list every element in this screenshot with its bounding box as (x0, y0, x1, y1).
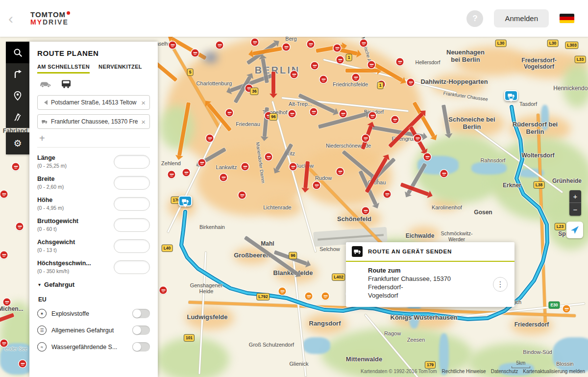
logo-wordmark: TOMTOM (30, 11, 66, 19)
route-turn-icon (13, 69, 23, 79)
param-label: Höchstgeschwin... (37, 260, 91, 267)
privacy-link[interactable]: Datenschutz (491, 369, 518, 374)
explosives-icon: ✶ (37, 309, 47, 318)
destination-address: Frankfurter Chaussee, 15370 Fredersdorf-… (368, 275, 487, 300)
param-row-length: Länge (0 - 25,25 m) (37, 154, 150, 169)
truck-params-section: Länge (0 - 25,25 m) Breite (0 - 2,60 m) … (37, 147, 150, 352)
param-label: Achsgewicht (37, 239, 75, 246)
alternative-routes-button[interactable] (6, 106, 29, 128)
hazmat-label: Explosivstoffe (51, 310, 127, 317)
zoom-out-button[interactable]: − (569, 203, 581, 216)
clear-destination-button[interactable]: × (141, 118, 146, 126)
destination-input[interactable] (51, 118, 138, 125)
truck-icon (61, 79, 72, 88)
axle-weight-input[interactable] (114, 239, 150, 253)
truck-vehicle-button[interactable] (61, 79, 72, 88)
send-to-device-icon (352, 246, 363, 257)
car-icon (39, 80, 52, 88)
waypoint-origin-icon (42, 100, 48, 105)
waypoint-destination-field: × (37, 114, 150, 129)
route-plan-button[interactable] (6, 63, 29, 85)
add-waypoint-button[interactable]: + (39, 133, 48, 143)
water-hazard-icon: ≈ (37, 342, 47, 352)
location-pin-icon (13, 91, 23, 101)
send-route-popup: ROUTE AN GERÄT SENDEN Route zum Frankfur… (346, 242, 514, 307)
param-label: Bruttogewicht (37, 218, 78, 225)
search-icon (13, 48, 23, 58)
param-range: (0 - 25,25 m) (37, 163, 67, 169)
waypoint-truck-icon (42, 119, 48, 125)
sidebar-toolbar (6, 42, 29, 128)
places-button[interactable] (6, 85, 29, 106)
navigation-arrow-icon (570, 225, 580, 235)
hazmat-row-water: ≈ Wassergefährdende S... (37, 342, 150, 352)
explosives-toggle[interactable] (132, 309, 150, 318)
param-row-axle-weight: Achsgewicht (0 - 13 t) (37, 239, 150, 253)
param-label: Länge (37, 154, 67, 161)
general-hazmat-icon: ☰ (37, 326, 47, 335)
route-truck-marker[interactable] (178, 196, 192, 206)
tomtom-logo: TOMTOM MYDRIVE (30, 11, 70, 25)
popup-header: ROUTE AN GERÄT SENDEN (346, 242, 514, 262)
map-scale: 5km (512, 360, 530, 368)
origin-input[interactable] (51, 99, 138, 106)
gear-icon: ⚙ (13, 138, 22, 149)
hazmat-region-label: EU (38, 296, 150, 303)
popup-body: Route zum Frankfurter Chaussee, 15370 Fr… (346, 262, 514, 307)
tab-fastest[interactable]: AM SCHNELLSTEN (37, 64, 90, 74)
hazmat-section-label: Gefahrgut (44, 281, 74, 288)
hazmat-section-toggle[interactable]: ▾ Gefahrgut (38, 281, 150, 288)
logo-drive: DRIVE (43, 18, 69, 26)
scale-label: 5km (516, 360, 526, 366)
route-panel: ROUTE PLANEN AM SCHNELLSTEN NERVENKITZEL… (29, 42, 158, 377)
help-button[interactable]: ? (466, 10, 483, 27)
clear-origin-button[interactable]: × (141, 99, 146, 106)
param-row-height: Höhe (0 - 4,95 m) (37, 197, 150, 211)
vehicle-selector (39, 79, 150, 88)
general-hazmat-toggle[interactable] (132, 326, 150, 335)
map-feedback-link[interactable]: Kartenaktualisierung melden (523, 369, 585, 374)
car-vehicle-button[interactable] (39, 80, 52, 88)
locate-compass-button[interactable] (566, 222, 583, 238)
copyright-text: Kartendaten © 1992-2016 TomTom (361, 369, 437, 374)
zoom-control: + − (569, 190, 581, 216)
height-input[interactable] (114, 197, 150, 211)
legal-link[interactable]: Rechtliche Hinweise (442, 369, 486, 374)
route-to-label: Route zum (368, 267, 487, 274)
panel-title: ROUTE PLANEN (37, 49, 150, 57)
param-label: Breite (37, 176, 64, 182)
waypoint-origin-field: × (37, 95, 150, 110)
param-row-gross-weight: Bruttogewicht (0 - 60 t) (37, 218, 150, 232)
hazmat-label: Allgemeines Gefahrgut (51, 327, 127, 334)
max-speed-input[interactable] (114, 260, 150, 274)
gross-weight-input[interactable] (114, 218, 150, 232)
param-range: (0 - 13 t) (37, 247, 75, 253)
popup-menu-button[interactable]: ⋮ (493, 277, 508, 292)
hazmat-row-general: ☰ Allgemeines Gefahrgut (37, 326, 150, 335)
param-range: (0 - 60 t) (37, 226, 78, 232)
alternative-routes-icon (13, 112, 23, 123)
signin-button[interactable]: Anmelden (494, 9, 549, 27)
map-attribution: Kartendaten © 1992-2016 TomTom Rechtlich… (361, 369, 585, 374)
settings-button[interactable]: ⚙ (6, 132, 29, 154)
top-header: ‹ TOMTOM MYDRIVE ? Anmelden (0, 0, 588, 37)
param-row-width: Breite (0 - 2,60 m) (37, 176, 150, 190)
back-button[interactable]: ‹ (0, 11, 22, 26)
length-input[interactable] (114, 155, 150, 169)
scale-bar (512, 366, 530, 368)
route-truck-marker[interactable] (504, 90, 518, 101)
search-button[interactable] (6, 42, 29, 63)
logo-red-dot-icon (67, 11, 70, 15)
german-flag-language-button[interactable] (560, 14, 574, 23)
zoom-in-button[interactable]: + (569, 190, 581, 203)
water-hazard-toggle[interactable] (132, 342, 150, 352)
hazmat-row-explosives: ✶ Explosivstoffe (37, 309, 150, 318)
route-type-tabs: AM SCHNELLSTEN NERVENKITZEL (37, 64, 150, 74)
param-range: (0 - 2,60 m) (37, 184, 64, 190)
param-range: (0 - 350 km/h) (37, 268, 91, 274)
width-input[interactable] (114, 176, 150, 190)
tab-thrill[interactable]: NERVENKITZEL (98, 64, 142, 74)
param-row-max-speed: Höchstgeschwin... (0 - 350 km/h) (37, 260, 150, 274)
hazmat-label: Wassergefährdende S... (51, 344, 127, 351)
param-label: Höhe (37, 197, 64, 203)
